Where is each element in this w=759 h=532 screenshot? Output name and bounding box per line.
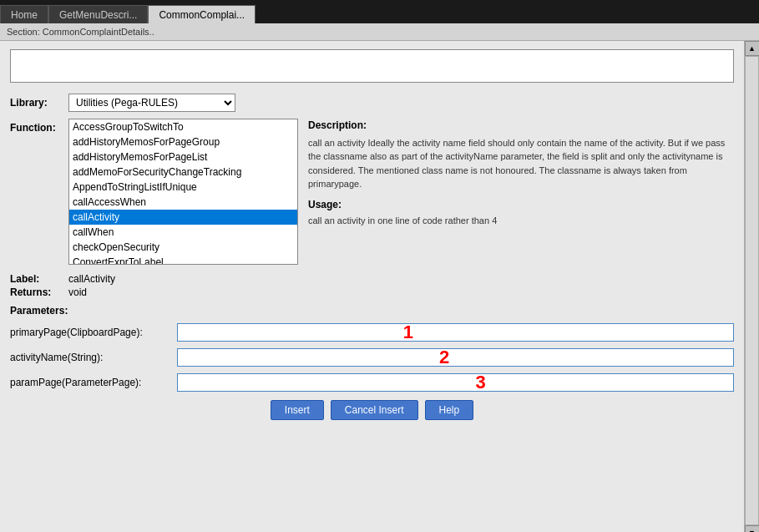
description-text: call an activity Ideally the activity na… — [308, 136, 734, 191]
tab-bar: Home GetMenuDescri... CommonComplai... — [0, 0, 759, 23]
breadcrumb: Section: CommonComplaintDetails.. — [0, 23, 759, 41]
param-input-2[interactable] — [177, 348, 734, 367]
cancel-insert-button[interactable]: Cancel Insert — [331, 400, 418, 420]
content-area: Library: Utilities (Pega-RULES) Function… — [0, 41, 744, 532]
main-container: Library: Utilities (Pega-RULES) Function… — [0, 41, 759, 532]
right-scrollbar: ▲ ▼ — [744, 41, 759, 532]
param-label-3: paramPage(ParameterPage): — [10, 377, 177, 388]
list-item[interactable]: AppendToStringListIfUnique — [69, 180, 297, 195]
list-item[interactable]: callAccessWhen — [69, 195, 297, 210]
param-label-1: primaryPage(ClipboardPage): — [10, 327, 177, 338]
scroll-track[interactable] — [745, 56, 759, 525]
tab-common[interactable]: CommonComplai... — [148, 5, 256, 23]
buttons-row: Insert Cancel Insert Help — [10, 400, 734, 420]
function-label: Function: — [10, 119, 68, 134]
returns-row: Returns: void — [10, 286, 734, 298]
param-input-1[interactable] — [177, 323, 734, 342]
returns-key: Returns: — [10, 286, 68, 298]
param-row-3: paramPage(ParameterPage): 3 — [10, 373, 734, 392]
scroll-down-button[interactable]: ▼ — [745, 525, 760, 532]
param-label-2: activityName(String): — [10, 352, 177, 363]
param-row-1: primaryPage(ClipboardPage): 1 — [10, 323, 734, 342]
list-item[interactable]: checkOpenSecurity — [69, 240, 297, 255]
library-row: Library: Utilities (Pega-RULES) — [10, 94, 734, 112]
list-item[interactable]: addHistoryMemosForPageGroup — [69, 134, 297, 149]
list-item-selected[interactable]: callActivity — [69, 210, 297, 225]
library-select[interactable]: Utilities (Pega-RULES) — [68, 94, 235, 112]
label-key: Label: — [10, 273, 68, 285]
insert-button[interactable]: Insert — [271, 400, 324, 420]
help-button[interactable]: Help — [425, 400, 474, 420]
param-row-2: activityName(String): 2 — [10, 348, 734, 367]
function-list-container[interactable]: AccessGroupToSwitchTo addHistoryMemosFor… — [68, 119, 298, 265]
list-item[interactable]: AccessGroupToSwitchTo — [69, 119, 297, 134]
list-item[interactable]: addMemoForSecurityChangeTracking — [69, 165, 297, 180]
list-item[interactable]: ConvertExprToLabel — [69, 255, 297, 265]
list-item[interactable]: addHistoryMemosForPageList — [69, 149, 297, 165]
usage-title: Usage: — [308, 198, 734, 212]
description-title: Description: — [308, 119, 734, 133]
top-textarea[interactable] — [10, 49, 734, 83]
params-title: Parameters: — [10, 305, 734, 317]
usage-text: call an activity in one line of code rat… — [308, 214, 734, 228]
description-panel: Description: call an activity Ideally th… — [308, 119, 734, 227]
scroll-up-button[interactable]: ▲ — [745, 41, 760, 56]
function-section: Function: AccessGroupToSwitchTo addHisto… — [10, 119, 734, 265]
returns-value: void — [68, 286, 87, 298]
tab-getmenu[interactable]: GetMenuDescri... — [48, 5, 148, 23]
library-label: Library: — [10, 97, 68, 109]
label-returns-section: Label: callActivity Returns: void — [10, 273, 734, 298]
param-input-3[interactable] — [177, 373, 734, 392]
label-row: Label: callActivity — [10, 273, 734, 285]
label-value: callActivity — [68, 273, 115, 285]
list-item[interactable]: callWhen — [69, 225, 297, 240]
params-section: Parameters: primaryPage(ClipboardPage): … — [10, 305, 734, 392]
function-list: AccessGroupToSwitchTo addHistoryMemosFor… — [69, 119, 297, 265]
tab-home[interactable]: Home — [0, 5, 48, 23]
